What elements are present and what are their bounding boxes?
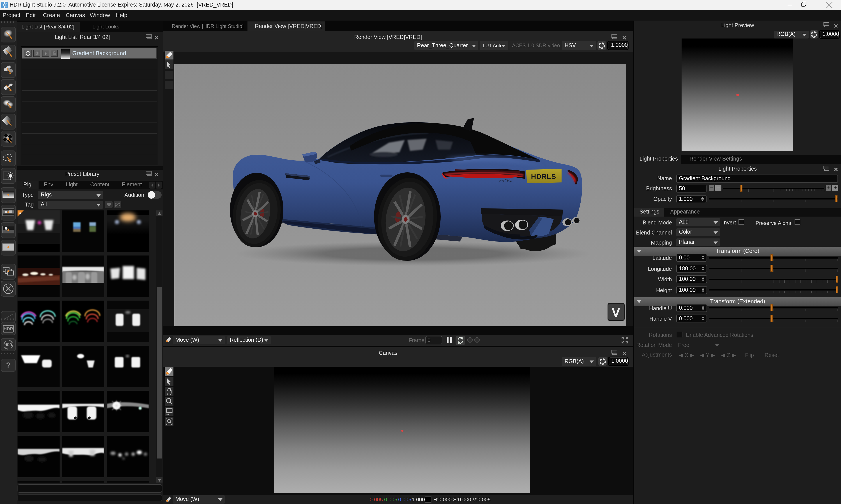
svg-text:S: S (36, 52, 38, 55)
svg-text:HDRLS: HDRLS (531, 173, 556, 180)
svg-text:F-TYPE: F-TYPE (499, 179, 512, 182)
svg-text:U: U (19, 211, 21, 215)
svg-text:V: V (611, 305, 620, 320)
svg-text:HDR: HDR (5, 343, 12, 347)
